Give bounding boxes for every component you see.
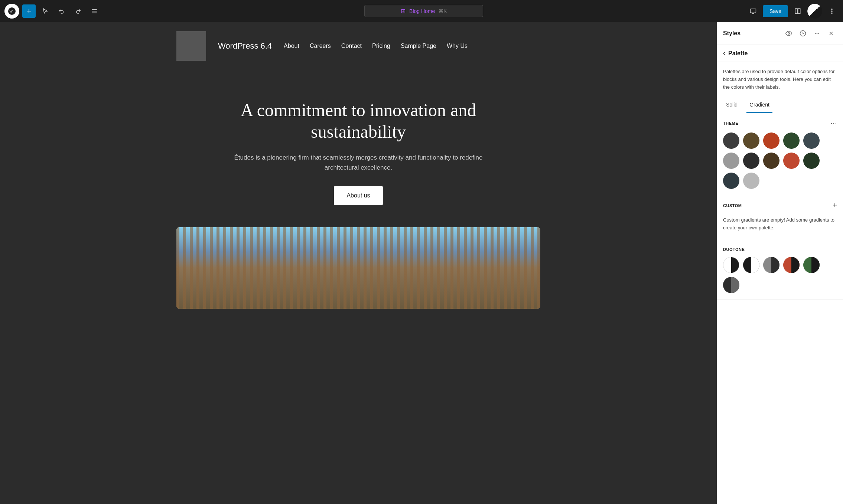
theme-toggle-icon bbox=[807, 4, 822, 19]
theme-color-9[interactable] bbox=[783, 153, 800, 169]
duotone-grid bbox=[723, 257, 837, 293]
svg-rect-9 bbox=[798, 9, 800, 14]
tab-gradient[interactable]: Gradient bbox=[746, 97, 772, 113]
site-title: WordPress 6.4 bbox=[218, 41, 272, 51]
page-shortcut: ⌘K bbox=[439, 8, 447, 14]
nav-item-about[interactable]: About bbox=[284, 43, 299, 49]
duotone-swatch-4[interactable] bbox=[783, 257, 800, 273]
theme-toggle-button[interactable] bbox=[807, 4, 822, 19]
hero-subtitle: Études is a pioneering firm that seamles… bbox=[232, 153, 485, 173]
theme-color-7[interactable] bbox=[743, 153, 759, 169]
custom-colors-section: CUSTOM + Custom gradients are empty! Add… bbox=[717, 195, 843, 241]
hero-cta-button[interactable]: About us bbox=[334, 186, 383, 205]
theme-color-4[interactable] bbox=[783, 132, 800, 149]
panel-header: Styles bbox=[717, 22, 843, 45]
duotone-section: DUOTONE bbox=[717, 241, 843, 300]
custom-section-header: CUSTOM + bbox=[723, 201, 837, 210]
svg-point-17 bbox=[818, 33, 819, 34]
theme-section-header: THEME ⋯ bbox=[723, 119, 837, 127]
list-view-button[interactable] bbox=[88, 4, 101, 18]
theme-color-6[interactable] bbox=[723, 153, 739, 169]
svg-point-11 bbox=[831, 10, 832, 11]
custom-empty-text: Custom gradients are empty! Add some gra… bbox=[723, 215, 837, 235]
canvas-area[interactable]: WordPress 6.4 About Careers Contact Pric… bbox=[0, 22, 717, 504]
site-logo bbox=[176, 31, 206, 61]
nav-item-sample-page[interactable]: Sample Page bbox=[401, 43, 436, 49]
svg-point-16 bbox=[817, 33, 818, 34]
svg-point-10 bbox=[831, 9, 832, 9]
nav-item-contact[interactable]: Contact bbox=[341, 43, 362, 49]
styles-close-button[interactable] bbox=[825, 27, 837, 39]
select-tool-button[interactable] bbox=[39, 4, 52, 18]
nav-item-pricing[interactable]: Pricing bbox=[372, 43, 390, 49]
tab-solid[interactable]: Solid bbox=[723, 97, 741, 113]
hero-section: A commitment to innovation and sustainab… bbox=[162, 70, 555, 227]
theme-color-grid bbox=[723, 132, 837, 189]
svg-rect-8 bbox=[795, 9, 797, 14]
panel-title: Styles bbox=[723, 30, 741, 37]
custom-add-button[interactable]: + bbox=[833, 201, 837, 210]
nav-item-careers[interactable]: Careers bbox=[310, 43, 331, 49]
duotone-swatch-3[interactable] bbox=[763, 257, 779, 273]
wordpress-logo[interactable]: W bbox=[4, 4, 19, 19]
theme-color-8[interactable] bbox=[763, 153, 779, 169]
building-image bbox=[176, 227, 540, 309]
site-navigation: About Careers Contact Pricing Sample Pag… bbox=[284, 43, 468, 49]
styles-panel: Styles ‹ Palette Palettes a bbox=[717, 22, 843, 504]
panel-breadcrumb: ‹ Palette bbox=[717, 45, 843, 62]
palette-tabs: Solid Gradient bbox=[717, 97, 843, 113]
toolbar-left: W + bbox=[4, 4, 101, 19]
svg-rect-5 bbox=[751, 9, 756, 13]
page-icon: ⊞ bbox=[401, 7, 406, 14]
nav-item-why-us[interactable]: Why Us bbox=[447, 43, 468, 49]
custom-section-title: CUSTOM bbox=[723, 203, 742, 208]
duotone-section-header: DUOTONE bbox=[723, 247, 837, 252]
toolbar: W + ⊞ Blog Home ⌘K Save bbox=[0, 0, 843, 22]
duotone-swatch-1[interactable] bbox=[723, 257, 739, 273]
styles-preview-button[interactable] bbox=[783, 27, 795, 39]
svg-point-12 bbox=[831, 13, 832, 13]
theme-color-2[interactable] bbox=[743, 132, 759, 149]
breadcrumb-title: Palette bbox=[728, 50, 748, 57]
toolbar-right: Save bbox=[746, 4, 839, 19]
styles-more-button[interactable] bbox=[811, 27, 823, 39]
styles-history-button[interactable] bbox=[797, 27, 809, 39]
svg-point-15 bbox=[815, 33, 816, 34]
more-options-button[interactable] bbox=[825, 4, 839, 18]
duotone-swatch-2[interactable] bbox=[743, 257, 759, 273]
redo-button[interactable] bbox=[71, 4, 85, 18]
theme-more-button[interactable]: ⋯ bbox=[830, 119, 837, 127]
main-layout: WordPress 6.4 About Careers Contact Pric… bbox=[0, 22, 843, 504]
page-title-area[interactable]: ⊞ Blog Home ⌘K bbox=[364, 5, 483, 17]
page-title: Blog Home bbox=[409, 8, 435, 14]
duotone-swatch-5[interactable] bbox=[803, 257, 820, 273]
image-section bbox=[162, 227, 555, 309]
panel-header-icons bbox=[783, 27, 837, 39]
theme-color-5[interactable] bbox=[803, 132, 820, 149]
toolbar-center: ⊞ Blog Home ⌘K bbox=[104, 5, 743, 17]
theme-color-1[interactable] bbox=[723, 132, 739, 149]
layout-button[interactable] bbox=[791, 4, 804, 18]
theme-color-10[interactable] bbox=[803, 153, 820, 169]
theme-color-12[interactable] bbox=[743, 173, 759, 189]
undo-button[interactable] bbox=[55, 4, 68, 18]
hero-title: A commitment to innovation and sustainab… bbox=[228, 99, 488, 142]
theme-color-3[interactable] bbox=[763, 132, 779, 149]
canvas-page: WordPress 6.4 About Careers Contact Pric… bbox=[162, 22, 555, 309]
preview-button[interactable] bbox=[746, 4, 760, 18]
theme-colors-section: THEME ⋯ bbox=[717, 113, 843, 195]
duotone-section-title: DUOTONE bbox=[723, 247, 745, 252]
theme-section-title: THEME bbox=[723, 121, 738, 125]
add-block-button[interactable]: + bbox=[22, 4, 36, 18]
svg-text:W: W bbox=[9, 9, 13, 13]
panel-description: Palettes are used to provide default col… bbox=[717, 62, 843, 97]
theme-color-11[interactable] bbox=[723, 173, 739, 189]
site-header: WordPress 6.4 About Careers Contact Pric… bbox=[162, 22, 555, 70]
back-button[interactable]: ‹ bbox=[723, 49, 725, 57]
duotone-swatch-6[interactable] bbox=[723, 277, 739, 293]
svg-point-13 bbox=[788, 33, 790, 35]
save-button[interactable]: Save bbox=[763, 5, 788, 17]
